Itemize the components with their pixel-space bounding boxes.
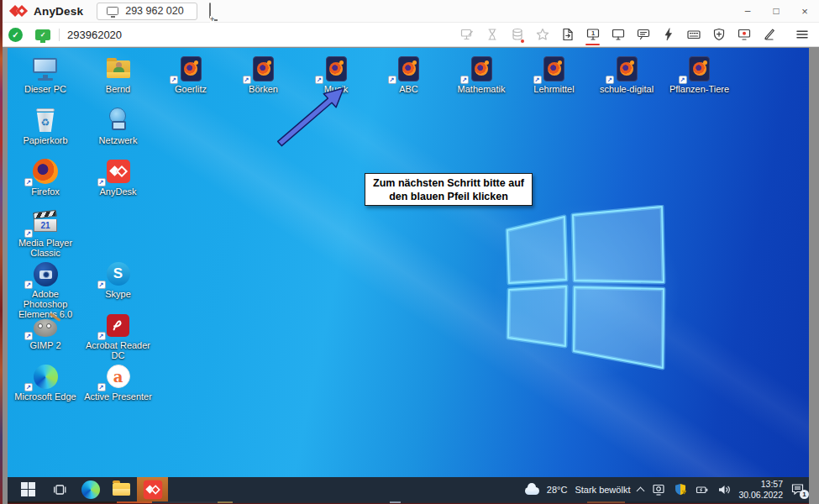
desktop-icon-skype[interactable]: S↗Skype [82,260,155,299]
tooltip-line2: den blauen Pfeil klicken [389,190,508,203]
shortcut-arrow-badge: ↗ [606,76,614,84]
edge-icon [81,480,100,499]
record-icon[interactable] [732,24,755,45]
task-view-button[interactable] [44,477,75,501]
instruction-tooltip: Zum nächsten Schritt bitte auf den blaue… [365,173,533,206]
hourglass-icon[interactable] [480,24,503,45]
desktop-icon-gimp-2[interactable]: ↗GIMP 2 [9,311,81,350]
desktop-icon-label: Bernd [106,84,130,94]
papierkorb-icon: ♻ [20,106,71,134]
desktop-icon-papierkorb[interactable]: ♻Papierkorb [9,106,81,145]
start-button[interactable] [13,477,44,501]
dieser-pc-icon [20,55,71,83]
desktop-icon-netzwerk[interactable]: Netzwerk [82,106,155,145]
desktop-icon-firefox[interactable]: ↗Firefox [9,157,81,197]
desktop-icon-lehrmittel[interactable]: ↗Lehrmittel [518,55,591,94]
schule-digital-icon: ↗ [601,55,652,83]
svg-text:1: 1 [591,29,594,37]
desktop-icon-microsoft-edge[interactable]: ↗Microsoft Edge [9,362,81,402]
new-session-button[interactable]: + [209,3,211,18]
session-tab[interactable]: 293 962 020 [97,3,197,20]
weather-condition[interactable]: Stark bewölkt [575,485,630,495]
anydesk-titlebar: AnyDesk 293 962 020 + – □ × [3,0,819,23]
clock[interactable]: 13:57 30.06.2022 [738,479,783,500]
desktop-icon-media-player-classic[interactable]: 21↗Media Player Classic [9,208,81,258]
anydesk-toolbar: ✓ ✓ 293962020 1 [3,23,819,47]
keyboard-icon[interactable] [682,24,705,45]
temperature[interactable]: 28°C [547,485,568,495]
active-presenter-icon: a↗ [93,362,144,391]
shortcut-arrow-badge: ↗ [24,281,33,289]
desktop-icon-bernd[interactable]: Bernd [82,55,155,94]
microsoft-edge-icon: ↗ [20,362,71,391]
file-explorer-button[interactable] [106,477,137,501]
desktop-icon-active-presenter[interactable]: a↗Active Presenter [82,362,155,402]
desktop-icon-acrobat-reader-dc[interactable]: ↗Acrobat Reader DC [82,311,155,360]
acrobat-reader-dc-icon: ↗ [93,311,144,339]
desktop-icon-label: Dieser PC [24,84,66,94]
windows-start-icon [21,482,35,496]
monitor-edit-icon[interactable] [455,24,478,45]
chat-icon[interactable] [632,24,654,45]
desktop-icon-abc[interactable]: ↗ABC [373,55,445,94]
shortcut-arrow-badge: ↗ [97,178,106,186]
desktop-icon-dieser-pc[interactable]: Dieser PC [9,55,81,94]
anydesk-taskbar-button[interactable] [137,477,168,501]
shortcut-arrow-badge: ↗ [243,76,251,84]
task-view-icon [52,482,67,497]
security-shield-icon[interactable] [673,482,687,496]
close-button[interactable]: × [790,0,819,22]
plus-icon: + [210,16,214,23]
adobe-photoshop-elements-6-0-icon: ↗ [20,260,71,288]
firefox-icon: ↗ [20,157,71,186]
desktop-icon-schule-digital[interactable]: ↗schule-digital [591,55,663,94]
remote-frame: Dieser PCBernd↗Goerlitz↗Börken↗Musik↗ABC… [3,47,819,504]
shortcut-arrow-badge: ↗ [460,76,469,84]
shortcut-arrow-badge: ↗ [24,332,33,340]
permissions-icon[interactable] [707,24,730,45]
media-player-classic-icon: 21↗ [20,208,71,237]
musik-icon: ↗ [311,55,361,83]
tray-overflow-chevron-icon[interactable] [637,486,645,495]
session-tab-label: 293 962 020 [125,5,184,17]
toolbar-icon-group: 1 [455,24,813,45]
display-icon[interactable] [606,24,629,45]
desktop-icon-pflanzen-tiere[interactable]: ↗Pflanzen-Tiere [664,55,736,94]
tooltip-line1: Zum nächsten Schritt bitte auf [373,176,524,190]
anydesk-tray-icon[interactable] [651,482,665,496]
shortcut-arrow-badge: ↗ [97,383,106,391]
minimize-button[interactable]: – [733,0,762,22]
bernd-icon [93,55,144,83]
actions-icon[interactable] [657,24,680,45]
blue-arrow[interactable] [270,81,354,153]
star-icon[interactable] [531,24,554,45]
app-title: AnyDesk [34,5,83,18]
edge-taskbar-button[interactable] [75,477,106,501]
windows-logo [502,205,669,373]
volume-icon[interactable] [717,482,731,496]
desktop-icon-mathematik[interactable]: ↗Mathematik [445,55,517,94]
maximize-button[interactable]: □ [762,0,790,22]
server-icon[interactable] [506,24,528,45]
shortcut-arrow-badge: ↗ [533,76,542,84]
remote-connected-icon: ✓ [35,29,50,40]
power-battery-icon[interactable] [695,482,709,496]
desktop-icon-label: schule-digital [600,84,654,94]
whiteboard-icon[interactable] [758,24,780,45]
remote-desktop[interactable]: Dieser PCBernd↗Goerlitz↗Börken↗Musik↗ABC… [8,48,809,501]
monitor-icon [107,7,118,15]
shortcut-arrow-badge: ↗ [24,383,33,391]
pflanzen-tiere-icon: ↗ [675,55,725,83]
desktop-icon-anydesk[interactable]: ↗AnyDesk [82,157,155,197]
clock-date: 30.06.2022 [738,490,783,501]
anydesk-logo-icon [10,4,29,18]
desktop-icon-goerlitz[interactable]: ↗Goerlitz [155,55,227,94]
desktop-icon-label: Papierkorb [23,135,67,145]
desktop-icon-label: Mathematik [458,84,506,94]
goerlitz-icon: ↗ [165,55,216,83]
file-transfer-icon[interactable] [556,24,579,45]
monitor-1-icon[interactable]: 1 [581,24,604,45]
menu-icon[interactable] [790,24,813,45]
action-center-button[interactable]: 1 [790,482,805,496]
clock-time: 13:57 [738,479,783,490]
